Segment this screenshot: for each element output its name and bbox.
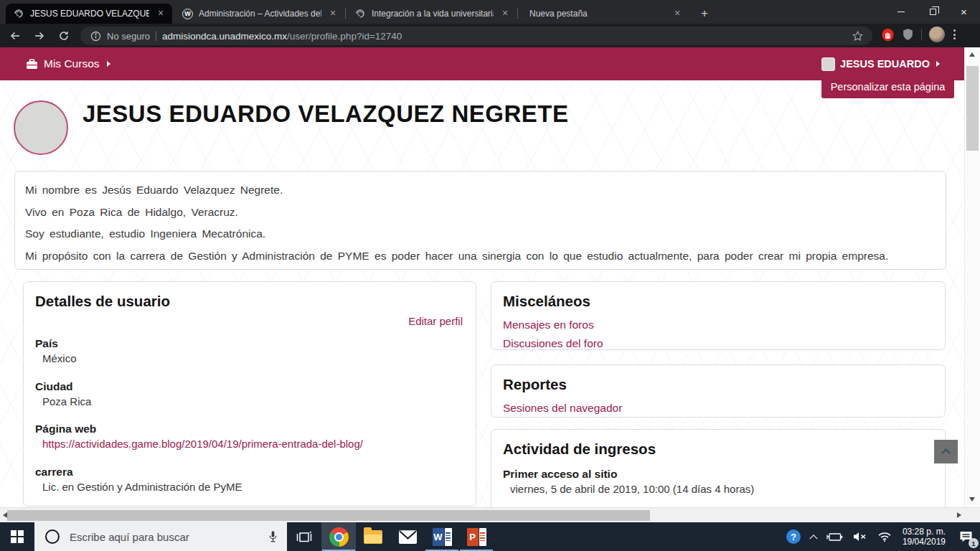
browser-sessions-link[interactable]: Sesiones del navegador: [503, 399, 933, 418]
field-carrera: carrera Lic. en Gestión y Administración…: [35, 465, 464, 494]
show-hidden-icons-button[interactable]: [806, 522, 821, 551]
reload-icon: [58, 30, 70, 42]
toolbar-divider: [921, 29, 922, 40]
folder-icon: [364, 530, 382, 544]
first-access-value: viernes, 5 de abril de 2019, 10:00 (14 d…: [491, 482, 945, 496]
address-bar[interactable]: No seguro admisiondca.unadmexico.mx/user…: [80, 27, 872, 45]
help-tray-button[interactable]: ?: [781, 522, 806, 551]
field-city: Ciudad Poza Rica: [35, 380, 464, 409]
profile-avatar: [14, 100, 68, 155]
shield-extension-icon[interactable]: [902, 28, 914, 41]
page-content: JESUS EDUARDO VELAZQUEZ NEGRETE Mi nombr…: [0, 80, 964, 507]
start-button[interactable]: [0, 522, 34, 551]
horizontal-scrollbar[interactable]: [0, 507, 980, 522]
edit-profile-link[interactable]: Editar perfil: [408, 315, 463, 327]
speaker-muted-icon: [853, 532, 867, 542]
tab-separator: [517, 8, 518, 19]
windows-taskbar: Escribe aquí para buscar: [0, 522, 980, 551]
browser-profile-avatar[interactable]: [929, 27, 945, 42]
description-line: Vivo en Poza Rica de Hidalgo, Veracruz.: [25, 206, 936, 218]
adblock-extension-icon[interactable]: [881, 28, 895, 42]
personalize-page-button[interactable]: Personalizar esta página: [821, 80, 954, 98]
tab-profile[interactable]: JESUS EDUARDO VELAZQUEZ NE ×: [6, 4, 172, 24]
action-center-button[interactable]: 1: [951, 522, 980, 551]
wifi-tray-button[interactable]: [872, 522, 897, 551]
forum-posts-link[interactable]: Mensajes en foros: [503, 316, 933, 334]
navbar-user-label: JESUS EDUARDO: [840, 58, 930, 70]
microphone-icon[interactable]: [268, 530, 278, 544]
scroll-up-arrow-icon[interactable]: [969, 52, 975, 57]
taskbar-chrome-button[interactable]: [321, 522, 356, 551]
vertical-scrollbar[interactable]: [964, 47, 980, 507]
tab-wordpress-admin[interactable]: W Administración – Actividades del ×: [175, 4, 344, 24]
window-close-button[interactable]: ×: [948, 0, 980, 24]
card-title: Detalles de usuario: [24, 282, 476, 310]
field-label: País: [35, 336, 464, 351]
field-value: Lic. en Gestión y Administración de PyME: [35, 480, 464, 494]
new-tab-button[interactable]: +: [696, 5, 713, 22]
webpage-link[interactable]: https://actividades.game.blog/2019/04/19…: [35, 437, 464, 451]
info-icon[interactable]: [90, 31, 101, 42]
user-menu[interactable]: JESUS EDUARDO: [821, 57, 940, 71]
taskbar-file-explorer-button[interactable]: [356, 522, 390, 551]
reload-button[interactable]: [55, 27, 73, 45]
scroll-down-arrow-icon[interactable]: [969, 497, 975, 501]
powerpoint-icon: P: [467, 528, 486, 546]
site-navbar: Mis Cursos JESUS EDUARDO: [0, 47, 964, 80]
taskbar-clock[interactable]: 03:28 p. m. 19/04/2019: [897, 527, 951, 547]
card-title: Reportes: [491, 365, 945, 393]
screen: JESUS EDUARDO VELAZQUEZ NE × W Administr…: [0, 0, 980, 551]
back-button[interactable]: [6, 27, 24, 45]
navbar-user-avatar: [821, 57, 835, 71]
card-title: Misceláneos: [491, 282, 945, 310]
user-details-card: Detalles de usuario Editar perfil País M…: [23, 281, 476, 507]
taskbar-word-button[interactable]: W: [425, 522, 459, 551]
system-tray: ? 03:28 p. m.: [781, 522, 980, 551]
tab-close-icon[interactable]: ×: [155, 8, 166, 19]
clock-time: 03:28 p. m.: [903, 527, 946, 537]
tab-close-icon[interactable]: ×: [327, 8, 339, 19]
mail-icon: [399, 530, 417, 544]
field-country: País México: [35, 336, 464, 366]
security-label: No seguro: [107, 31, 150, 42]
forum-discussions-link[interactable]: Discusiones del foro: [503, 334, 933, 353]
miscellaneous-card: Misceláneos Mensajes en foros Discusione…: [491, 281, 946, 350]
taskbar-mail-button[interactable]: [390, 522, 425, 551]
field-label: Página web: [35, 422, 464, 436]
profile-description-card: Mi nombre es Jesús Eduardo Velazquez Neg…: [14, 171, 946, 270]
field-webpage: Página web https://actividades.game.blog…: [35, 422, 464, 451]
search-input[interactable]: Escribe aquí para buscar: [34, 522, 287, 551]
unadm-swirl-icon: [354, 8, 366, 19]
description-line: Mi nombre es Jesús Eduardo Velazquez Neg…: [25, 184, 936, 196]
unadm-swirl-icon: [13, 8, 24, 19]
window-minimize-button[interactable]: [885, 0, 917, 24]
tab-close-icon[interactable]: ×: [672, 8, 683, 19]
vertical-scrollbar-thumb[interactable]: [966, 66, 979, 151]
forward-button[interactable]: [30, 27, 49, 45]
bookmark-star-icon[interactable]: [852, 30, 864, 42]
tab-new[interactable]: Nueva pestaña ×: [519, 4, 689, 24]
chevron-up-icon: [941, 448, 951, 458]
tab-integracion[interactable]: Integración a la vida universitaria ×: [347, 4, 517, 24]
back-arrow-icon: [9, 30, 21, 42]
browser-menu-icon[interactable]: [952, 27, 957, 42]
login-activity-card: Actividad de ingresos Primer acceso al s…: [491, 429, 946, 507]
tab-close-icon[interactable]: ×: [499, 8, 511, 19]
notification-badge: 1: [969, 538, 979, 548]
battery-tray-button[interactable]: [821, 522, 848, 551]
horizontal-scrollbar-thumb[interactable]: [7, 510, 650, 521]
task-view-button[interactable]: [287, 522, 321, 551]
tab-title: Integración a la vida universitaria: [372, 9, 494, 19]
window-restore-button[interactable]: [917, 0, 949, 24]
mis-cursos-menu[interactable]: Mis Cursos: [26, 57, 110, 70]
windows-logo-icon: [11, 530, 24, 543]
search-placeholder: Escribe aquí para buscar: [70, 531, 189, 543]
wordpress-icon: W: [182, 9, 193, 19]
page-title: JESUS EDUARDO VELAZQUEZ NEGRETE: [83, 100, 568, 128]
volume-tray-button[interactable]: [848, 522, 872, 551]
scroll-to-top-button[interactable]: [934, 440, 958, 463]
scroll-right-arrow-icon[interactable]: [957, 512, 961, 518]
taskbar-powerpoint-button[interactable]: P: [459, 522, 494, 551]
field-label: Ciudad: [35, 380, 464, 394]
wifi-icon: [877, 532, 892, 542]
